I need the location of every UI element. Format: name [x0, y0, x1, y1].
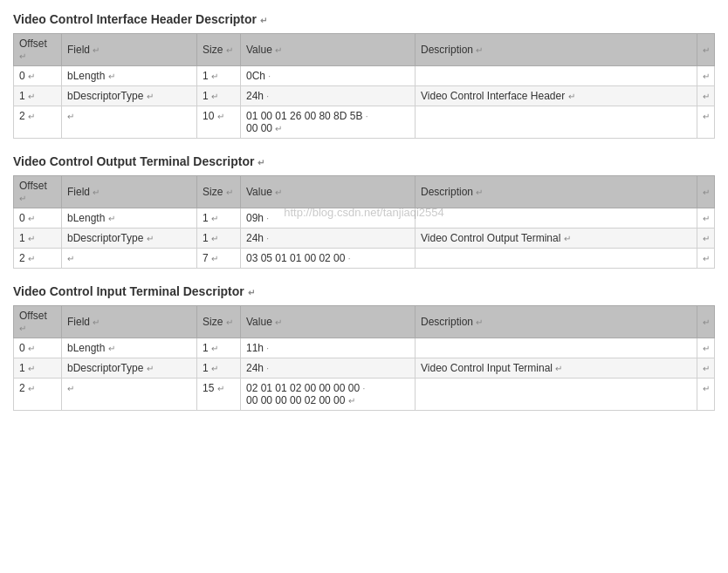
section-title-vcitd: Video Control Input Terminal Descriptor …	[13, 284, 715, 298]
col-header-field: Field ↵	[62, 176, 197, 208]
cell-field: ↵	[62, 249, 197, 269]
cell-size: 1 ↵	[197, 208, 241, 229]
cell-size: 15 ↵	[197, 379, 241, 411]
col-header-value: Value ↵	[241, 176, 416, 208]
col-header-extra: ↵	[697, 34, 715, 66]
table-row: 2 ↵ ↵10 ↵01 00 01 26 00 80 8D 5B ·00 00 …	[14, 106, 715, 139]
col-header-extra: ↵	[697, 176, 715, 208]
col-header-field: Field ↵	[62, 34, 197, 66]
col-header-description: Description ↵	[416, 176, 697, 208]
cell-offset: 2 ↵	[14, 379, 62, 411]
cell-value: 03 05 01 01 00 02 00 ·	[241, 249, 416, 269]
col-header-value: Value ↵	[241, 306, 416, 338]
cell-value: 09h ·	[241, 208, 416, 229]
cell-size: 1 ↵	[197, 358, 241, 379]
cell-extra: ↵	[697, 208, 715, 229]
col-header-value: Value ↵	[241, 34, 416, 66]
table-row: 1 ↵ bDescriptorType ↵1 ↵24h · Video Cont…	[14, 358, 715, 379]
cell-field: ↵	[62, 379, 197, 411]
cell-description	[416, 338, 697, 358]
table-row: 1 ↵ bDescriptorType ↵1 ↵24h · Video Cont…	[14, 229, 715, 249]
cell-offset: 1 ↵	[14, 358, 62, 379]
cell-extra: ↵	[697, 358, 715, 379]
cell-description	[416, 66, 697, 86]
cell-value: 0Ch ·	[241, 66, 416, 86]
col-header-extra: ↵	[697, 306, 715, 338]
col-header-size: Size ↵	[197, 34, 241, 66]
cell-offset: 1 ↵	[14, 86, 62, 106]
cell-field: bDescriptorType ↵	[62, 229, 197, 249]
col-header-description: Description ↵	[416, 34, 697, 66]
cell-extra: ↵	[697, 229, 715, 249]
cell-extra: ↵	[697, 66, 715, 86]
cell-size: 1 ↵	[197, 66, 241, 86]
col-header-description: Description ↵	[416, 306, 697, 338]
cell-offset: 2 ↵	[14, 106, 62, 139]
cell-offset: 2 ↵	[14, 249, 62, 269]
cell-description	[416, 106, 697, 139]
cell-offset: 0 ↵	[14, 208, 62, 229]
cell-extra: ↵	[697, 249, 715, 269]
table-row: 1 ↵ bDescriptorType ↵1 ↵24h · Video Cont…	[14, 86, 715, 106]
cell-offset: 0 ↵	[14, 66, 62, 86]
cell-size: 10 ↵	[197, 106, 241, 139]
cell-offset: 0 ↵	[14, 338, 62, 358]
cell-value: 02 01 01 02 00 00 00 00 ·00 00 00 00 02 …	[241, 379, 416, 411]
cell-description: Video Control Interface Header ↵	[416, 86, 697, 106]
cell-value: 01 00 01 26 00 80 8D 5B ·00 00 ↵	[241, 106, 416, 139]
cell-offset: 1 ↵	[14, 229, 62, 249]
cell-field: bLength ↵	[62, 208, 197, 229]
cell-value: 11h ·	[241, 338, 416, 358]
table-row: 0 ↵ bLength ↵1 ↵09h · ↵	[14, 208, 715, 229]
cell-extra: ↵	[697, 379, 715, 411]
table-row: 2 ↵ ↵15 ↵02 01 01 02 00 00 00 00 ·00 00 …	[14, 379, 715, 411]
col-header-offset: Offset ↵	[14, 34, 62, 66]
cell-field: bLength ↵	[62, 66, 197, 86]
table-vcotd: Offset ↵Field ↵Size ↵Value ↵Description …	[13, 175, 715, 269]
col-header-offset: Offset ↵	[14, 306, 62, 338]
cell-field: bDescriptorType ↵	[62, 86, 197, 106]
cell-value: 24h ·	[241, 229, 416, 249]
cell-description	[416, 208, 697, 229]
table-vcihd: Offset ↵Field ↵Size ↵Value ↵Description …	[13, 33, 715, 139]
table-vcitd: Offset ↵Field ↵Size ↵Value ↵Description …	[13, 305, 715, 411]
table-row: 0 ↵ bLength ↵1 ↵11h · ↵	[14, 338, 715, 358]
cell-description: Video Control Input Terminal ↵	[416, 358, 697, 379]
table-row: 0 ↵ bLength ↵1 ↵0Ch · ↵	[14, 66, 715, 86]
col-header-offset: Offset ↵	[14, 176, 62, 208]
cell-field: ↵	[62, 106, 197, 139]
cell-size: 1 ↵	[197, 229, 241, 249]
cell-field: bLength ↵	[62, 338, 197, 358]
section-title-vcihd: Video Control Interface Header Descripto…	[13, 12, 715, 26]
cell-extra: ↵	[697, 86, 715, 106]
cell-field: bDescriptorType ↵	[62, 358, 197, 379]
cell-description: Video Control Output Terminal ↵	[416, 229, 697, 249]
cell-description	[416, 249, 697, 269]
section-title-vcotd: Video Control Output Terminal Descriptor…	[13, 154, 715, 168]
cell-extra: ↵	[697, 338, 715, 358]
cell-value: 24h ·	[241, 358, 416, 379]
table-row: 2 ↵ ↵7 ↵03 05 01 01 00 02 00 · ↵	[14, 249, 715, 269]
col-header-size: Size ↵	[197, 176, 241, 208]
col-header-size: Size ↵	[197, 306, 241, 338]
cell-description	[416, 379, 697, 411]
cell-value: 24h ·	[241, 86, 416, 106]
cell-extra: ↵	[697, 106, 715, 139]
col-header-field: Field ↵	[62, 306, 197, 338]
cell-size: 1 ↵	[197, 86, 241, 106]
cell-size: 1 ↵	[197, 338, 241, 358]
cell-size: 7 ↵	[197, 249, 241, 269]
